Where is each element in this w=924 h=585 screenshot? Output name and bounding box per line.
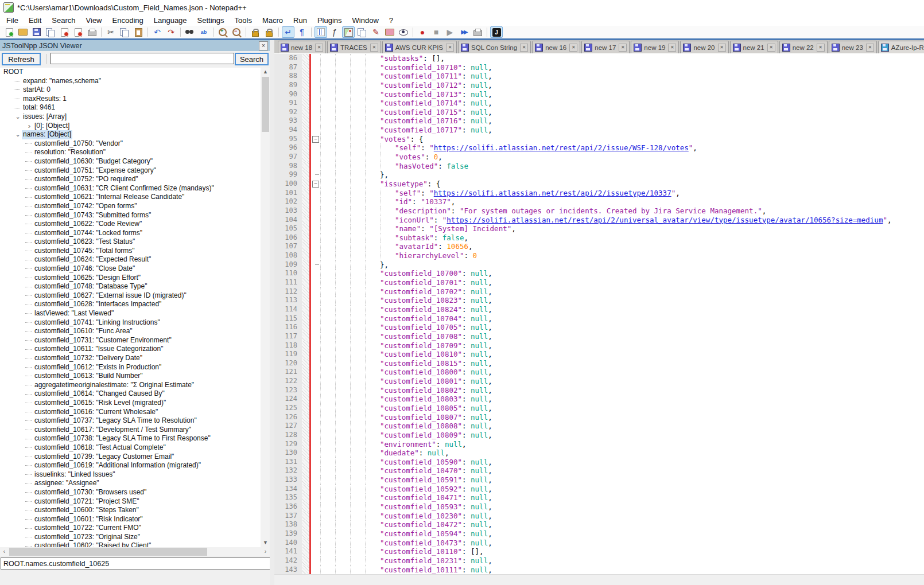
code-line[interactable]: 138"customfield_10472": null,	[274, 520, 924, 529]
tab-new-19[interactable]: new 19✕	[631, 41, 679, 53]
tree-horizontal-scrollbar[interactable]: ‹ ›	[0, 547, 270, 556]
tree-item[interactable]: customfield_10612: "Exists in Production…	[0, 363, 261, 372]
tree-item[interactable]: customfield_10752: "PO required"	[0, 175, 261, 184]
code-line[interactable]: 102"id": "10337",	[274, 197, 924, 206]
url-link[interactable]: https://solifi.atlassian.net/rest/api/2/…	[447, 216, 883, 224]
chevron-down-icon[interactable]: ⌄	[14, 130, 22, 139]
tree-item[interactable]: maxResults: 1	[0, 95, 261, 104]
url-link[interactable]: https://solifi.atlassian.net/rest/api/2/…	[434, 143, 689, 152]
tree-item[interactable]: customfield_10613: "Build Number"	[0, 372, 261, 381]
code-line[interactable]: 131"customfield_10590": null,	[274, 458, 924, 467]
tree-item[interactable]: customfield_10721: "Project SME"	[0, 497, 261, 506]
tree-item[interactable]: customfield_10611: "Issue Categorization…	[0, 345, 261, 354]
tree-item[interactable]: customfield_10624: "Expected Result"	[0, 255, 261, 264]
tree-item[interactable]: ROOT	[0, 68, 261, 77]
code-line[interactable]: 140"customfield_10473": null,	[274, 539, 924, 548]
toolbar-redo-icon[interactable]: ↷	[165, 26, 177, 38]
fold-collapse-icon[interactable]: −	[312, 181, 319, 188]
tree-item[interactable]: customfield_10744: "Locked forms"	[0, 229, 261, 238]
toolbar-macro-run-multiple-icon[interactable]: ▶▶	[457, 26, 470, 38]
json-tree[interactable]: ROOTexpand: "names,schema"startAt: 0maxR…	[0, 68, 261, 547]
toolbar-save-icon[interactable]	[30, 26, 43, 38]
code-line[interactable]: 98"hasVoted": false	[274, 162, 924, 171]
code-line[interactable]: 142"customfield_10231": null,	[274, 556, 924, 566]
tree-item[interactable]: startAt: 0	[0, 85, 261, 95]
toolbar-document-map-icon[interactable]	[342, 26, 355, 38]
code-line[interactable]: 130"duedate": null,	[274, 448, 924, 458]
tree-item[interactable]: customfield_10623: "Test Status"	[0, 237, 261, 247]
tree-item[interactable]: assignee: "Assignee"	[0, 479, 261, 488]
code-line[interactable]: 139"customfield_10594": null,	[274, 529, 924, 539]
tree-item[interactable]: customfield_10737: "Legacy SLA Time to R…	[0, 416, 261, 426]
panel-close-icon[interactable]: ×	[259, 41, 268, 50]
tab-new-23[interactable]: new 23✕	[829, 41, 877, 53]
tab-aws-cur-kpis[interactable]: AWS CUR KPIS✕	[382, 41, 457, 53]
code-line[interactable]: 129"environment": null,	[274, 440, 924, 449]
tree-item[interactable]: ›[0]: [Object]	[0, 122, 261, 131]
tree-item[interactable]: customfield_10631: "CR Client Confirmed …	[0, 184, 261, 193]
toolbar-macro-play-icon[interactable]: ▶	[444, 26, 456, 38]
scroll-right-icon[interactable]: ›	[261, 547, 270, 556]
code-line[interactable]: 128"customfield_10809": null,	[274, 431, 924, 440]
toolbar-jstool-icon[interactable]: J	[490, 26, 503, 38]
code-line[interactable]: 125"customfield_10805": null,	[274, 404, 924, 413]
menu-encoding[interactable]: Encoding	[107, 15, 149, 26]
code-line[interactable]: 127"customfield_10808": null,	[274, 422, 924, 431]
tree-item[interactable]: customfield_10625: "Design Effort"	[0, 274, 261, 283]
tree-item[interactable]: customfield_10746: "Close Date"	[0, 264, 261, 274]
tab-close-icon[interactable]: ✕	[370, 44, 378, 52]
toolbar-sync-vertical-icon[interactable]	[249, 26, 262, 38]
code-line[interactable]: 87"customfield_10710": null,	[274, 63, 924, 72]
tree-item[interactable]: customfield_10742: "Open forms"	[0, 202, 261, 211]
code-line[interactable]: 97"votes": 0,	[274, 153, 924, 162]
tree-item[interactable]: customfield_10622: "Code Review"	[0, 220, 261, 229]
code-line[interactable]: 133"customfield_10591": null,	[274, 475, 924, 485]
code-line[interactable]: 91"customfield_10714": null,	[274, 99, 924, 108]
tree-item[interactable]: customfield_10628: "Interfaces Impacted"	[0, 300, 261, 309]
code-line[interactable]: 137"customfield_10230": null,	[274, 512, 924, 521]
tree-vertical-scrollbar[interactable]: ▲ ▼	[261, 68, 270, 547]
tree-item[interactable]: customfield_10732: "Delivery Date"	[0, 354, 261, 363]
url-link[interactable]: https://solifi.atlassian.net/rest/api/2/…	[434, 189, 671, 197]
code-line[interactable]: 123"customfield_10802": null,	[274, 386, 924, 395]
tree-item[interactable]: customfield_10614: "Changed Caused By"	[0, 389, 261, 399]
chevron-right-icon[interactable]: ›	[25, 120, 34, 131]
code-line[interactable]: 108"hierarchyLevel": 0	[274, 251, 924, 260]
code-line[interactable]: 88"customfield_10711": null,	[274, 72, 924, 81]
code-line[interactable]: 106"subtask": false,	[274, 233, 924, 243]
code-line[interactable]: 104"iconUrl": "https://solifi.atlassian.…	[274, 216, 924, 225]
code-line[interactable]: 100−"issuetype": {	[274, 180, 924, 189]
toolbar-copy-icon[interactable]	[118, 26, 131, 38]
toolbar-indent-guide-icon[interactable]	[315, 26, 327, 38]
code-line[interactable]: 89"customfield_10712": null,	[274, 81, 924, 90]
tree-item[interactable]: customfield_10600: "Steps Taken"	[0, 506, 261, 515]
scroll-down-icon[interactable]: ▼	[261, 539, 270, 547]
code-line[interactable]: 115"customfield_10704": null,	[274, 314, 924, 323]
toolbar-edit-popup-icon[interactable]: ✎	[370, 26, 382, 38]
menu-run[interactable]: Run	[288, 15, 312, 26]
tree-item[interactable]: expand: "names,schema"	[0, 77, 261, 86]
scroll-left-icon[interactable]: ‹	[0, 547, 9, 556]
code-line[interactable]: 114"customfield_10824": null,	[274, 305, 924, 314]
tree-item[interactable]: customfield_10730: "Browsers used"	[0, 488, 261, 497]
code-line[interactable]: 134"customfield_10592": null,	[274, 485, 924, 494]
tab-close-icon[interactable]: ✕	[718, 44, 726, 52]
tree-item[interactable]: ⌄issues: [Array]	[0, 112, 261, 122]
code-line[interactable]: 96"self": "https://solifi.atlassian.net/…	[274, 143, 924, 153]
scroll-up-icon[interactable]: ▲	[261, 68, 270, 76]
tab-new-21[interactable]: new 21✕	[730, 41, 778, 53]
code-line[interactable]: 126"customfield_10807": null,	[274, 413, 924, 422]
code-line[interactable]: 99},	[274, 170, 924, 180]
toolbar-cut-icon[interactable]: ✂	[104, 26, 117, 38]
toolbar-view-document-icon[interactable]	[397, 26, 410, 38]
menu-help[interactable]: ?	[384, 15, 398, 26]
toolbar-zoom-in-icon[interactable]: +	[216, 26, 229, 38]
code-line[interactable]: 119"customfield_10810": null,	[274, 350, 924, 359]
toolbar-open-icon[interactable]	[17, 26, 29, 38]
code-line[interactable]: 110"customfield_10700": null,	[274, 269, 924, 278]
tab-sql-con-string[interactable]: SQL Con String✕	[458, 41, 531, 53]
code-line[interactable]: 90"customfield_10713": null,	[274, 90, 924, 99]
menu-macro[interactable]: Macro	[257, 15, 288, 26]
menu-search[interactable]: Search	[46, 15, 80, 26]
tab-close-icon[interactable]: ✕	[619, 44, 627, 52]
